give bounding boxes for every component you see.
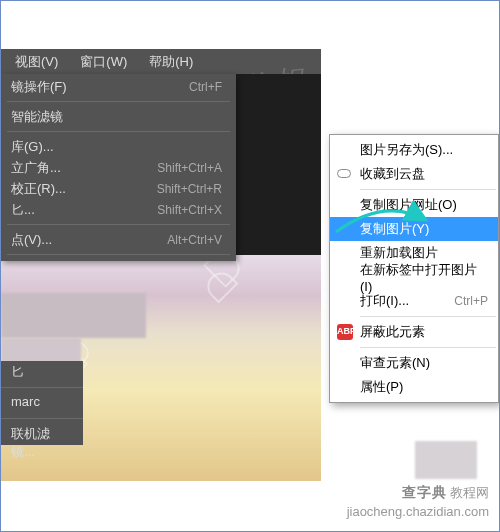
separator (7, 131, 230, 132)
separator (7, 224, 230, 225)
filter-dropdown-menu: 镜操作(F)Ctrl+F 智能滤镜 库(G)... 立广角...Shift+Ct… (1, 74, 236, 261)
separator (7, 101, 230, 102)
filter-dropdown-tail: 匕 marc 联机滤镜... (1, 361, 83, 445)
abp-icon: ABP (337, 324, 353, 340)
heart-icon (202, 267, 239, 304)
menu-smart-filter[interactable]: 智能滤镜 (1, 106, 236, 127)
separator (360, 347, 496, 348)
menu-liquify[interactable]: 匕...Shift+Ctrl+X (1, 199, 236, 220)
separator (1, 418, 83, 419)
censored-block (415, 441, 477, 479)
menu-lens-correction[interactable]: 校正(R)...Shift+Ctrl+R (1, 178, 236, 199)
cloud-icon (337, 166, 353, 182)
censored-block (1, 293, 146, 338)
menu-browse-online[interactable]: 联机滤镜... (1, 423, 83, 445)
menu-wide-angle[interactable]: 立广角...Shift+Ctrl+A (1, 157, 236, 178)
separator (7, 254, 230, 255)
menu-filter-gallery[interactable]: 库(G)... (1, 136, 236, 157)
ctx-save-image-as[interactable]: 图片另存为(S)... (330, 138, 498, 162)
ctx-block-element[interactable]: ABP屏蔽此元素 (330, 320, 498, 344)
menu-view[interactable]: 视图(V) (15, 53, 58, 71)
menu-vanishing-point[interactable]: 点(V)...Alt+Ctrl+V (1, 229, 236, 250)
ctx-print[interactable]: 打印(I)...Ctrl+P (330, 289, 498, 313)
site-watermark: 查字典 教程网 jiaocheng.chazidian.com (347, 483, 489, 521)
app-menubar: 视图(V) 窗口(W) 帮助(H) (1, 49, 321, 74)
ctx-open-new-tab[interactable]: 在新标签中打开图片(I) (330, 265, 498, 289)
ctx-copy-image[interactable]: 复制图片(Y) (330, 217, 498, 241)
menu-item[interactable]: 匕 (1, 361, 83, 383)
ctx-save-cloud[interactable]: 收藏到云盘 (330, 162, 498, 186)
separator (360, 316, 496, 317)
ctx-properties[interactable]: 属性(P) (330, 375, 498, 399)
canvas-dark (236, 74, 321, 256)
context-menu: 图片另存为(S)... 收藏到云盘 复制图片网址(O) 复制图片(Y) 重新加载… (329, 134, 499, 403)
menu-item[interactable]: marc (1, 392, 83, 414)
ctx-inspect[interactable]: 审查元素(N) (330, 351, 498, 375)
menu-help[interactable]: 帮助(H) (149, 53, 193, 71)
menu-window[interactable]: 窗口(W) (80, 53, 127, 71)
separator (360, 189, 496, 190)
separator (1, 387, 83, 388)
ctx-copy-image-url[interactable]: 复制图片网址(O) (330, 193, 498, 217)
menu-last-filter[interactable]: 镜操作(F)Ctrl+F (1, 76, 236, 97)
